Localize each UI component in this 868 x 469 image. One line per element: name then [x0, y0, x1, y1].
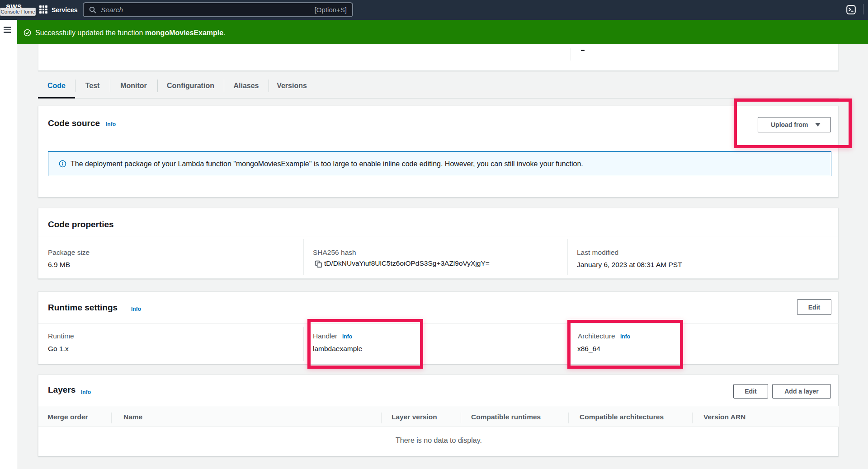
sha256-value-row: tD/DkNUvaYiuf8UlC5tz6oiOPdS3Sg+3AZl9oVyX… — [313, 259, 490, 267]
column-divider — [461, 413, 461, 423]
code-properties-section: Code properties Package size 6.9 MB SHA2… — [38, 208, 839, 279]
col-version-arn: Version ARN — [703, 413, 745, 421]
function-overview-divider — [571, 48, 571, 61]
search-shortcut: [Option+S] — [315, 6, 347, 14]
code-source-info-link[interactable]: Info — [106, 121, 116, 127]
success-check-icon — [24, 29, 31, 37]
sha256-label: SHA256 hash — [313, 249, 356, 256]
tab-monitor[interactable]: Monitor — [110, 73, 157, 98]
divider — [38, 323, 839, 324]
runtime-settings-info-link[interactable]: Info — [131, 306, 141, 312]
package-too-large-alert: The deployment package of your Lambda fu… — [48, 151, 831, 176]
services-menu[interactable]: Services — [52, 0, 78, 20]
column-divider — [692, 413, 693, 423]
tab-code[interactable]: Code — [38, 73, 75, 98]
services-grid-icon[interactable] — [39, 5, 47, 14]
col-merge-order: Merge order — [47, 413, 88, 421]
code-properties-title: Code properties — [48, 220, 114, 229]
hamburger-menu-icon[interactable] — [4, 27, 11, 33]
header-separator — [863, 4, 863, 14]
add-layer-button[interactable]: Add a layer — [772, 384, 831, 399]
annotation-box-architecture — [567, 320, 683, 369]
column-divider — [567, 239, 568, 275]
tab-configuration[interactable]: Configuration — [157, 73, 224, 98]
layers-section: Layers Info Edit Add a layer Merge order… — [38, 375, 839, 456]
layers-table-header: Merge order Name Layer version Compatibl… — [38, 406, 839, 427]
tab-test[interactable]: Test — [75, 73, 110, 98]
code-source-section: Code source Info Upload from The deploym… — [38, 106, 839, 197]
column-divider — [303, 239, 304, 275]
layers-edit-button[interactable]: Edit — [733, 384, 768, 399]
column-divider — [111, 413, 112, 423]
col-name: Name — [123, 413, 142, 421]
annotation-box-upload-from — [734, 98, 852, 148]
alert-text: The deployment package of your Lambda fu… — [71, 160, 583, 168]
last-modified-label: Last modified — [577, 249, 618, 256]
layers-info-link[interactable]: Info — [81, 389, 91, 395]
divider — [38, 236, 839, 236]
sha256-value: tD/DkNUvaYiuf8UlC5tz6oiOPdS3Sg+3AZl9oVyX… — [324, 259, 490, 267]
layers-title: Layers — [48, 385, 75, 394]
runtime-label: Runtime — [48, 333, 74, 340]
active-tab-underline — [38, 97, 75, 98]
function-tabs: Code Test Monitor Configuration Aliases … — [38, 73, 315, 98]
tab-aliases[interactable]: Aliases — [224, 73, 269, 98]
layers-empty-message: There is no data to display. — [38, 436, 839, 445]
last-modified-value: January 6, 2023 at 08:31 AM PST — [577, 261, 682, 268]
success-message: Successfully updated the function mongoM… — [35, 29, 226, 37]
runtime-edit-button[interactable]: Edit — [797, 299, 831, 315]
code-source-title: Code source — [48, 119, 100, 128]
tab-versions[interactable]: Versions — [269, 73, 315, 98]
info-icon — [59, 160, 66, 168]
copy-icon[interactable] — [315, 260, 322, 268]
col-compatible-runtimes: Compatible runtimes — [471, 413, 541, 421]
cloudshell-icon[interactable] — [846, 5, 856, 14]
search-input[interactable]: Search [Option+S] — [83, 2, 353, 17]
column-divider — [381, 413, 382, 423]
console-home-tooltip: Console Home — [0, 8, 36, 16]
package-size-label: Package size — [48, 249, 90, 256]
column-divider — [303, 327, 304, 361]
column-divider — [568, 413, 569, 423]
function-overview-empty-value: - — [581, 50, 585, 51]
col-layer-version: Layer version — [392, 413, 437, 421]
package-size-value: 6.9 MB — [48, 261, 70, 268]
left-sidebar — [0, 20, 17, 469]
runtime-settings-section: Runtime settings Info Edit Runtime Go 1.… — [38, 291, 839, 364]
success-banner: Successfully updated the function mongoM… — [17, 20, 868, 44]
function-overview-card-bottom: - — [38, 44, 839, 71]
search-icon — [89, 6, 96, 14]
search-placeholder: Search — [101, 6, 315, 14]
annotation-box-handler — [307, 319, 423, 369]
runtime-value: Go 1.x — [48, 345, 69, 352]
col-compatible-architectures: Compatible architectures — [580, 413, 664, 421]
runtime-settings-title: Runtime settings — [48, 303, 118, 312]
